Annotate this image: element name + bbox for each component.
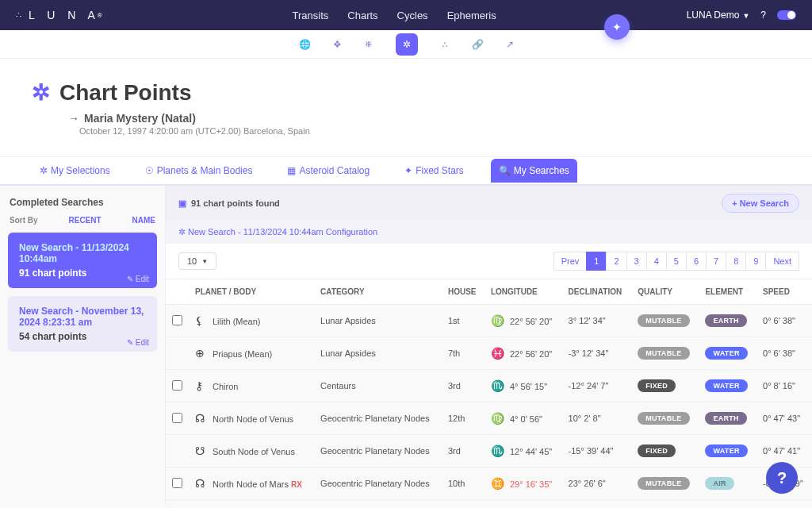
zodiac-glyph-icon: ♏ bbox=[491, 444, 504, 457]
settings-icon[interactable]: ✲ bbox=[396, 33, 418, 56]
nav-transits[interactable]: Transits bbox=[293, 10, 329, 21]
attachment-icon[interactable]: 🔗 bbox=[472, 39, 484, 50]
table-row: ☊North Node of VenusGeocentric Planetary… bbox=[166, 402, 812, 435]
element-badge: WATER bbox=[705, 444, 747, 457]
tree-icon[interactable]: ⛬ bbox=[440, 39, 450, 50]
help-bubble[interactable]: ? bbox=[766, 462, 798, 494]
new-search-button[interactable]: New Search bbox=[722, 194, 799, 213]
col-category: CATEGORY bbox=[314, 279, 442, 305]
share-icon[interactable]: ↗ bbox=[506, 39, 514, 50]
quality-badge: MUTABLE bbox=[638, 314, 689, 327]
quality-badge: MUTABLE bbox=[638, 347, 689, 360]
edit-search-link[interactable]: ✎ Edit bbox=[127, 275, 149, 283]
per-page-select[interactable]: 10 ▼ bbox=[178, 252, 216, 270]
zodiac-glyph-icon: ♍ bbox=[491, 412, 504, 425]
table-row: ☋South Node of VenusGeocentric Planetary… bbox=[166, 435, 812, 468]
chevron-down-icon: ▼ bbox=[201, 258, 208, 265]
body-glyph-icon: ☋ bbox=[195, 444, 206, 457]
pager-page-7[interactable]: 7 bbox=[706, 252, 726, 271]
row-checkbox[interactable] bbox=[172, 380, 182, 391]
sort-name[interactable]: NAME bbox=[132, 216, 155, 225]
config-link[interactable]: ✲ New Search - 11/13/2024 10:44am Config… bbox=[166, 221, 812, 244]
gear-icon: ✲ bbox=[32, 79, 50, 106]
body-glyph-icon: ☊ bbox=[195, 477, 206, 490]
nav-ephemeris[interactable]: Ephemeris bbox=[447, 10, 496, 21]
quality-badge: FIXED bbox=[638, 379, 676, 392]
zodiac-glyph-icon: ♊ bbox=[491, 477, 504, 490]
table-row: ⚸Lilith (Mean)Lunar Apsides1st♍ 22° 56' … bbox=[166, 305, 812, 337]
tab-asteroid-catalog[interactable]: ▦ Asteroid Catalog bbox=[279, 159, 377, 183]
sort-label: Sort By bbox=[10, 216, 38, 225]
pager-page-6[interactable]: 6 bbox=[686, 252, 707, 271]
pager-page-4[interactable]: 4 bbox=[646, 252, 667, 271]
logo[interactable]: ∴L U N A® bbox=[16, 9, 102, 21]
sort-recent[interactable]: RECENT bbox=[68, 216, 101, 225]
globe-icon[interactable]: 🌐 bbox=[299, 39, 311, 50]
birth-data: October 12, 1997 4:20:00 am (UTC+2.00) B… bbox=[79, 126, 780, 136]
pager-prev[interactable]: Prev bbox=[553, 252, 588, 271]
pager-page-2[interactable]: 2 bbox=[606, 252, 626, 271]
tab-fixed-stars[interactable]: ✦ Fixed Stars bbox=[396, 159, 472, 183]
quality-badge: FIXED bbox=[638, 444, 676, 457]
body-glyph-icon: ⊕ bbox=[195, 347, 206, 360]
nav-cycles[interactable]: Cycles bbox=[397, 10, 428, 21]
col-house: HOUSE bbox=[442, 279, 485, 305]
tab-my-selections[interactable]: ✲ My Selections bbox=[32, 159, 118, 183]
page-title: ✲Chart Points bbox=[32, 79, 780, 106]
pager-page-3[interactable]: 3 bbox=[626, 252, 647, 271]
pager-page-1[interactable]: 1 bbox=[586, 252, 607, 271]
row-checkbox[interactable] bbox=[172, 478, 182, 488]
tab-planets-bodies[interactable]: ☉ Planets & Main Bodies bbox=[137, 159, 261, 183]
element-badge: AIR bbox=[705, 477, 733, 490]
sidebar-heading: Completed Searches bbox=[10, 197, 155, 208]
quality-badge: MUTABLE bbox=[638, 477, 689, 490]
body-glyph-icon: ⚸ bbox=[195, 314, 206, 327]
row-checkbox[interactable] bbox=[172, 413, 182, 423]
help-icon[interactable]: ? bbox=[760, 10, 766, 21]
pager-page-9[interactable]: 9 bbox=[745, 252, 766, 271]
quality-badge: MUTABLE bbox=[638, 412, 689, 425]
table-row: ⚷ChironCentaurs3rd♏ 4° 56' 15"-12° 24' 7… bbox=[166, 370, 812, 402]
body-glyph-icon: ☊ bbox=[195, 412, 206, 425]
element-badge: WATER bbox=[705, 379, 747, 392]
zodiac-glyph-icon: ♓ bbox=[491, 347, 504, 360]
element-badge: EARTH bbox=[705, 412, 747, 425]
col-speed: SPEED bbox=[756, 279, 812, 305]
col-quality: QUALITY bbox=[631, 279, 699, 305]
pager-page-8[interactable]: 8 bbox=[726, 252, 746, 271]
pager-next[interactable]: Next bbox=[765, 252, 799, 271]
expand-icon[interactable]: ▣ bbox=[178, 198, 186, 209]
theme-toggle[interactable] bbox=[777, 10, 796, 20]
person-link[interactable]: →Maria Mystery (Natal) bbox=[68, 112, 780, 125]
user-menu[interactable]: LUNA Demo▼ bbox=[687, 10, 750, 21]
add-fab[interactable]: ✦ bbox=[604, 14, 630, 40]
layers-icon[interactable]: ❖ bbox=[333, 39, 342, 50]
zodiac-glyph-icon: ♍ bbox=[491, 314, 504, 327]
nav-charts[interactable]: Charts bbox=[347, 10, 377, 21]
edit-search-link[interactable]: ✎ Edit bbox=[127, 338, 149, 347]
person-icon[interactable]: ⛯ bbox=[364, 39, 373, 50]
table-row: ⊕Priapus (Mean)Lunar Apsides7th♓ 22° 56'… bbox=[166, 337, 812, 370]
tab-my-searches[interactable]: 🔍 My Searches bbox=[491, 159, 577, 183]
col-longitude: LONGITUDE bbox=[485, 279, 562, 305]
row-checkbox[interactable] bbox=[172, 315, 182, 325]
element-badge: WATER bbox=[705, 347, 747, 360]
results-count: 91 chart points found bbox=[191, 198, 280, 208]
element-badge: EARTH bbox=[705, 314, 747, 327]
search-card-active[interactable]: New Search - 11/13/2024 10:44am 91 chart… bbox=[8, 233, 157, 288]
pager-page-5[interactable]: 5 bbox=[666, 252, 687, 271]
arrow-right-icon: → bbox=[68, 112, 79, 125]
search-card[interactable]: New Search - November 13, 2024 8:23:31 a… bbox=[8, 296, 157, 352]
table-row: ☊North Node of Mars RXGeocentric Planeta… bbox=[166, 468, 812, 500]
col-declination: DECLINATION bbox=[562, 279, 632, 305]
body-glyph-icon: ⚷ bbox=[195, 379, 206, 392]
zodiac-glyph-icon: ♏ bbox=[491, 379, 504, 392]
col-body: PLANET / BODY bbox=[189, 279, 314, 305]
col-element: ELEMENT bbox=[699, 279, 756, 305]
